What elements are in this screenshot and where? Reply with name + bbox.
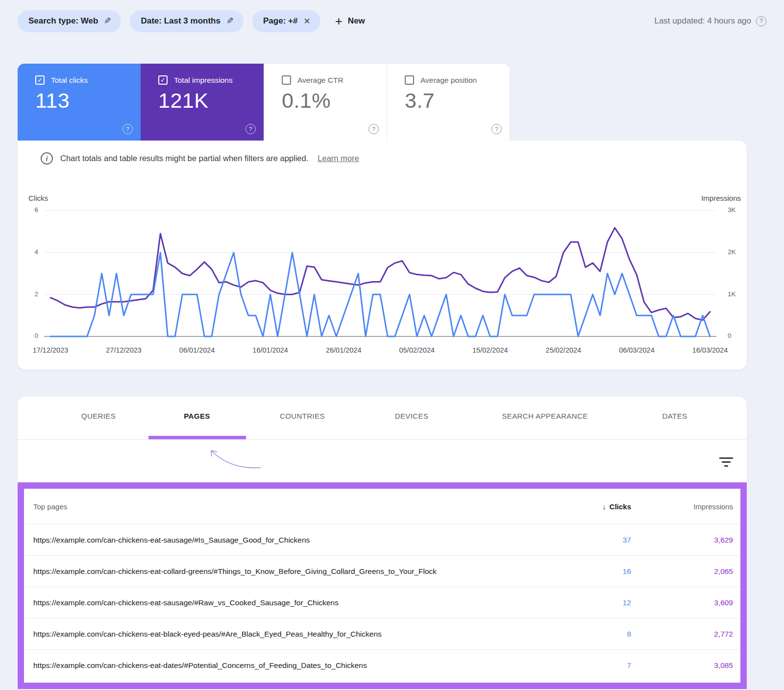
y-axis-tick: 2 (24, 290, 38, 298)
x-axis-label: 17/12/2023 (33, 346, 69, 354)
close-icon[interactable]: ✕ (303, 16, 310, 26)
y-axis-tick: 3K (728, 206, 742, 214)
annotation-arrow (205, 447, 264, 471)
table-row[interactable]: https://example.com/can-chickens-eat-col… (24, 555, 740, 587)
table-row[interactable]: https://example.com/can-chickens-eat-sau… (24, 587, 740, 618)
x-axis-label: 06/01/2024 (179, 346, 215, 354)
help-icon[interactable]: ? (122, 124, 133, 134)
impressions-value: 3,609 (714, 598, 733, 607)
clicks-value: 16 (623, 567, 631, 576)
plus-icon: + (335, 16, 343, 26)
tab-countries[interactable]: COUNTRIES (280, 412, 325, 420)
checkbox-checked-icon[interactable]: ✓ (158, 75, 168, 85)
metric-value: 121K (158, 89, 264, 113)
y-axis-tick: 1K (728, 290, 742, 298)
metric-label: Average CTR (297, 76, 343, 85)
page-url[interactable]: https://example.com/can-chickens-eat-col… (33, 567, 563, 576)
metric-label: Total clicks (51, 76, 88, 85)
column-header-top-pages: Top pages (33, 502, 563, 511)
clicks-value: 37 (623, 536, 631, 545)
tab-devices[interactable]: DEVICES (395, 412, 429, 420)
table-row[interactable]: https://example.com/can-chickens-eat-dat… (24, 649, 740, 681)
filter-chip-date[interactable]: Date: Last 3 months ✎ (130, 10, 244, 32)
help-icon[interactable]: ? (368, 124, 379, 134)
tab-search-appearance[interactable]: SEARCH APPEARANCE (502, 412, 588, 420)
checkbox-unchecked-icon[interactable] (405, 75, 414, 85)
metric-value: 113 (35, 89, 141, 113)
sort-desc-icon: ↓ (602, 502, 606, 511)
dimensions-tabs-card: QUERIES PAGES COUNTRIES DEVICES SEARCH A… (18, 397, 747, 482)
filter-chip-page[interactable]: Page: +# ✕ (252, 10, 320, 32)
impressions-value: 3,629 (714, 536, 733, 545)
table-header-row: Top pages ↓ Clicks Impressions (24, 489, 740, 524)
table-row[interactable]: https://example.com/can-chickens-eat-bla… (24, 618, 740, 649)
help-icon[interactable]: ? (245, 124, 256, 134)
clicks-value: 7 (627, 661, 631, 670)
filter-chip-label: Date: Last 3 months (141, 16, 220, 26)
page-url[interactable]: https://example.com/can-chickens-eat-bla… (33, 630, 563, 639)
metric-cards: ✓ Total clicks 113 ? ✓ Total impressions… (18, 64, 510, 141)
y-axis-tick: 2K (728, 248, 742, 256)
pencil-icon: ✎ (226, 16, 234, 26)
x-axis-label: 16/01/2024 (252, 346, 288, 354)
y-axis-tick: 0 (24, 332, 38, 339)
last-updated-text: Last updated: 4 hours ago (654, 16, 751, 26)
filter-chip-search-type[interactable]: Search type: Web ✎ (18, 10, 121, 32)
x-axis-label: 26/01/2024 (326, 346, 362, 354)
metric-label: Total impressions (174, 76, 233, 85)
x-axis-label: 16/03/2024 (692, 346, 728, 354)
tab-queries[interactable]: QUERIES (81, 412, 116, 420)
search-console-performance-page: Search type: Web ✎ Date: Last 3 months ✎… (0, 0, 784, 690)
impressions-value: 2,772 (714, 630, 733, 639)
clicks-value: 8 (627, 630, 631, 639)
help-icon[interactable]: ? (491, 124, 502, 134)
checkbox-unchecked-icon[interactable] (282, 75, 291, 85)
metric-value: 3.7 (405, 89, 510, 113)
x-axis-label: 05/02/2024 (399, 346, 435, 354)
last-updated: Last updated: 4 hours ago ? (654, 16, 766, 26)
page-url[interactable]: https://example.com/can-chickens-eat-sau… (33, 536, 563, 545)
new-filter-button[interactable]: + New (335, 16, 365, 26)
tabs-divider (18, 439, 747, 440)
tab-pages[interactable]: PAGES (184, 412, 210, 420)
filter-chip-label: Search type: Web (28, 16, 98, 26)
metric-average-position[interactable]: Average position 3.7 ? (387, 64, 510, 141)
metric-total-impressions[interactable]: ✓ Total impressions 121K ? (141, 64, 264, 141)
page-url[interactable]: https://example.com/can-chickens-eat-dat… (33, 661, 563, 670)
banner-text: Chart totals and table results might be … (60, 154, 308, 163)
impressions-value: 3,085 (714, 661, 733, 670)
checkbox-checked-icon[interactable]: ✓ (35, 75, 45, 85)
top-pages-table-highlight: Top pages ↓ Clicks Impressions https://e… (18, 482, 747, 689)
table-row[interactable]: https://example.com/can-chickens-eat-sau… (24, 524, 740, 555)
filter-bar: Search type: Web ✎ Date: Last 3 months ✎… (18, 10, 766, 32)
metric-label: Average position (420, 76, 477, 85)
clicks-value: 12 (623, 598, 631, 607)
column-header-impressions[interactable]: Impressions (693, 502, 733, 511)
x-axis-label: 27/12/2023 (106, 346, 142, 354)
left-axis-title: Clicks (28, 194, 48, 202)
learn-more-link[interactable]: Learn more (318, 154, 359, 163)
column-header-clicks[interactable]: ↓ Clicks (602, 502, 631, 511)
pencil-icon: ✎ (104, 16, 111, 26)
x-axis-label: 06/03/2024 (619, 346, 655, 354)
page-url[interactable]: https://example.com/can-chickens-eat-sau… (33, 598, 563, 607)
x-axis-label: 15/02/2024 (472, 346, 508, 354)
table-filter-icon[interactable] (717, 457, 735, 469)
right-axis-title: Impressions (701, 194, 741, 202)
metric-total-clicks[interactable]: ✓ Total clicks 113 ? (18, 64, 141, 141)
partial-results-banner: i Chart totals and table results might b… (41, 152, 359, 165)
y-axis-tick: 4 (24, 248, 38, 256)
performance-chart-card: i Chart totals and table results might b… (18, 141, 747, 370)
tab-dates[interactable]: DATES (662, 412, 687, 420)
metric-average-ctr[interactable]: Average CTR 0.1% ? (264, 64, 387, 141)
filter-chip-label: Page: +# (263, 16, 297, 26)
help-icon[interactable]: ? (756, 16, 766, 26)
y-axis-tick: 0 (728, 332, 742, 339)
new-filter-label: New (348, 16, 365, 26)
impressions-value: 2,065 (714, 567, 733, 576)
x-axis-label: 25/02/2024 (546, 346, 582, 354)
metric-value: 0.1% (282, 89, 387, 113)
active-tab-underline (148, 436, 246, 439)
info-icon: i (41, 152, 53, 165)
y-axis-tick: 6 (24, 206, 38, 214)
